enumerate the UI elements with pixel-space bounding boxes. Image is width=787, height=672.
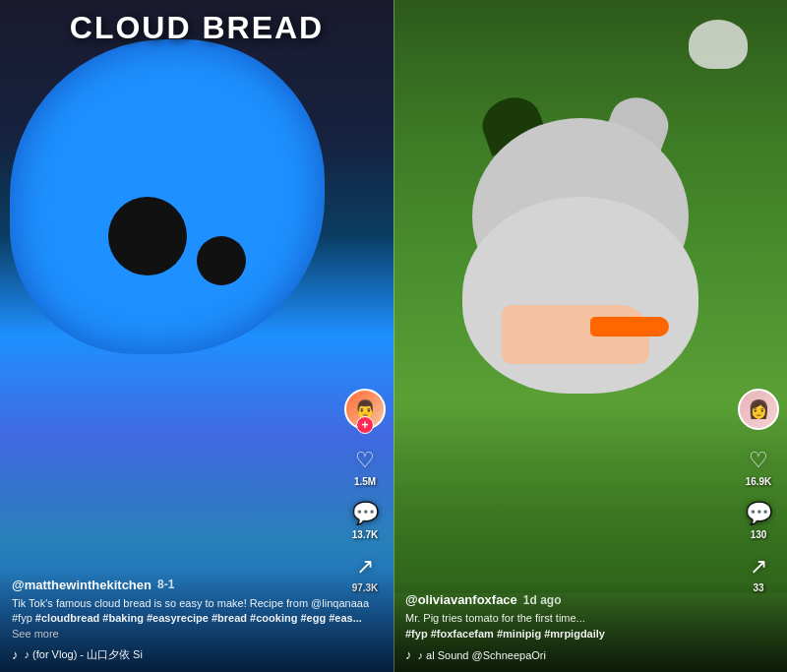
right-video-bg xyxy=(394,0,787,672)
left-action-buttons: 👨 + ♡ 1.5M 💬 13.7K ↗ 97.3K xyxy=(344,389,386,593)
left-comment-button[interactable]: 💬 13.7K xyxy=(352,501,379,540)
pig-visual xyxy=(443,118,718,433)
right-description: Mr. Pig tries tomato for the first time.… xyxy=(405,611,775,641)
right-timestamp: 1d ago xyxy=(523,593,562,607)
right-like-button[interactable]: ♡ 16.9K xyxy=(746,448,772,487)
bread-hole-1 xyxy=(108,197,187,275)
right-avatar[interactable]: 👩 xyxy=(738,389,779,430)
left-timestamp: 8-1 xyxy=(157,578,174,591)
left-video-panel[interactable]: CLOUD BREAD 👨 + ♡ 1.5M 💬 13.7K ↗ 97.3K @… xyxy=(0,0,394,672)
background-dog xyxy=(689,20,748,69)
panel-divider xyxy=(394,0,394,672)
left-sound-info[interactable]: ♪ ♪ (for Vlog) - 山口夕依 Si xyxy=(12,647,382,662)
hand-carrot xyxy=(492,295,689,374)
left-comment-count: 13.7K xyxy=(352,529,379,540)
heart-icon: ♡ xyxy=(355,448,375,473)
comment-icon-right: 💬 xyxy=(746,501,772,526)
left-username: @matthewinthekitchen 8-1 xyxy=(12,578,382,592)
right-avatar-face: 👩 xyxy=(740,391,777,428)
carrot-visual xyxy=(590,317,669,336)
right-action-buttons: 👩 ♡ 16.9K 💬 130 ↗ 33 xyxy=(738,389,779,593)
left-like-button[interactable]: ♡ 1.5M xyxy=(354,448,376,487)
bread-visual xyxy=(10,39,325,354)
left-hashtags[interactable]: #cloudbread #baking #easyrecipe #bread #… xyxy=(35,612,362,624)
right-comment-count: 130 xyxy=(751,529,767,540)
right-comment-button[interactable]: 💬 130 xyxy=(746,501,772,540)
left-follow-badge[interactable]: + xyxy=(356,416,374,434)
left-description: Tik Tok's famous cloud bread is so easy … xyxy=(12,596,382,641)
right-sound-info[interactable]: ♪ ♪ al Sound @SchneepaOri xyxy=(405,647,775,662)
video-title: CLOUD BREAD xyxy=(0,10,394,46)
bread-hole-2 xyxy=(197,236,246,285)
right-bottom-info: @oliviavanfoxface 1d ago Mr. Pig tries t… xyxy=(394,582,787,672)
left-see-more[interactable]: See more xyxy=(12,628,59,640)
right-username: @oliviavanfoxface 1d ago xyxy=(405,592,775,607)
right-like-count: 16.9K xyxy=(746,476,772,487)
right-sound-text: ♪ al Sound @SchneepaOri xyxy=(418,649,546,661)
right-video-panel[interactable]: 👩 ♡ 16.9K 💬 130 ↗ 33 @oliviavanfoxface 1… xyxy=(394,0,787,672)
right-avatar-wrapper[interactable]: 👩 xyxy=(738,389,779,430)
left-sound-text: ♪ (for Vlog) - 山口夕依 Si xyxy=(25,647,143,662)
music-note-icon: ♪ xyxy=(12,647,19,662)
heart-icon-right: ♡ xyxy=(749,448,768,473)
music-note-icon-right: ♪ xyxy=(405,647,412,662)
right-hashtags[interactable]: #fyp #foxfacefam #minipig #mrpigdaily xyxy=(405,628,605,640)
left-bottom-info: @matthewinthekitchen 8-1 Tik Tok's famou… xyxy=(0,568,394,672)
left-avatar-wrapper[interactable]: 👨 + xyxy=(344,389,386,430)
share-icon-right: ↗ xyxy=(750,554,767,580)
comment-icon: 💬 xyxy=(352,501,379,526)
left-like-count: 1.5M xyxy=(354,476,376,487)
